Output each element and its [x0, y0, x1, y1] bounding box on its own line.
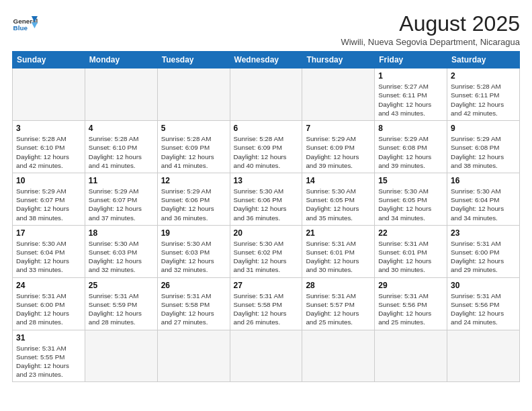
day-info: Sunrise: 5:28 AM Sunset: 6:10 PM Dayligh…	[16, 134, 81, 170]
month-title: August 2025	[341, 12, 520, 36]
day-info: Sunrise: 5:31 AM Sunset: 6:00 PM Dayligh…	[16, 291, 81, 327]
col-header-thursday: Thursday	[302, 52, 375, 68]
day-number: 31	[16, 333, 81, 342]
day-info: Sunrise: 5:28 AM Sunset: 6:09 PM Dayligh…	[161, 134, 226, 170]
day-info: Sunrise: 5:30 AM Sunset: 6:03 PM Dayligh…	[89, 239, 154, 275]
col-header-saturday: Saturday	[447, 52, 520, 68]
day-number: 25	[89, 281, 154, 290]
day-number: 3	[16, 124, 81, 133]
day-number: 5	[161, 124, 226, 133]
day-info: Sunrise: 5:31 AM Sunset: 5:56 PM Dayligh…	[378, 291, 443, 327]
title-block: August 2025 Wiwili, Nueva Segovia Depart…	[341, 12, 520, 47]
day-number: 18	[89, 228, 154, 238]
calendar-cell: 27Sunrise: 5:31 AM Sunset: 5:58 PM Dayli…	[230, 277, 302, 330]
day-info: Sunrise: 5:31 AM Sunset: 5:58 PM Dayligh…	[161, 291, 226, 327]
calendar-cell	[230, 330, 302, 382]
day-info: Sunrise: 5:31 AM Sunset: 6:01 PM Dayligh…	[378, 239, 443, 275]
day-info: Sunrise: 5:31 AM Sunset: 5:59 PM Dayligh…	[89, 291, 154, 327]
svg-marker-3	[32, 22, 38, 28]
calendar-cell: 10Sunrise: 5:29 AM Sunset: 6:07 PM Dayli…	[13, 173, 85, 225]
page: General Blue August 2025 Wiwili, Nueva S…	[0, 0, 532, 389]
day-number: 9	[451, 124, 516, 133]
calendar-cell: 14Sunrise: 5:30 AM Sunset: 6:05 PM Dayli…	[302, 173, 375, 225]
day-number: 13	[234, 176, 299, 185]
day-info: Sunrise: 5:30 AM Sunset: 6:05 PM Dayligh…	[378, 187, 443, 222]
day-info: Sunrise: 5:30 AM Sunset: 6:03 PM Dayligh…	[161, 239, 226, 275]
day-info: Sunrise: 5:29 AM Sunset: 6:06 PM Dayligh…	[161, 187, 226, 222]
calendar-cell: 1Sunrise: 5:27 AM Sunset: 6:11 PM Daylig…	[375, 68, 447, 121]
svg-text:Blue: Blue	[13, 24, 28, 32]
day-number: 21	[306, 228, 371, 238]
calendar-cell: 5Sunrise: 5:28 AM Sunset: 6:09 PM Daylig…	[157, 121, 230, 173]
header: General Blue August 2025 Wiwili, Nueva S…	[12, 12, 520, 47]
day-info: Sunrise: 5:29 AM Sunset: 6:09 PM Dayligh…	[306, 134, 371, 170]
calendar-cell	[302, 330, 375, 382]
calendar-week-row: 17Sunrise: 5:30 AM Sunset: 6:04 PM Dayli…	[13, 225, 520, 277]
calendar-cell: 11Sunrise: 5:29 AM Sunset: 6:07 PM Dayli…	[85, 173, 157, 225]
calendar-week-row: 10Sunrise: 5:29 AM Sunset: 6:07 PM Dayli…	[13, 173, 520, 225]
calendar-week-row: 1Sunrise: 5:27 AM Sunset: 6:11 PM Daylig…	[13, 68, 520, 121]
calendar: SundayMondayTuesdayWednesdayThursdayFrid…	[12, 51, 520, 382]
day-info: Sunrise: 5:30 AM Sunset: 6:06 PM Dayligh…	[234, 187, 299, 222]
calendar-cell	[375, 330, 447, 382]
day-number: 6	[234, 124, 299, 133]
calendar-cell	[85, 330, 157, 382]
calendar-cell: 8Sunrise: 5:29 AM Sunset: 6:08 PM Daylig…	[375, 121, 447, 173]
day-info: Sunrise: 5:31 AM Sunset: 5:55 PM Dayligh…	[16, 344, 81, 379]
day-info: Sunrise: 5:30 AM Sunset: 6:04 PM Dayligh…	[451, 187, 516, 222]
day-info: Sunrise: 5:30 AM Sunset: 6:02 PM Dayligh…	[234, 239, 299, 275]
day-number: 26	[161, 281, 226, 290]
calendar-week-row: 3Sunrise: 5:28 AM Sunset: 6:10 PM Daylig…	[13, 121, 520, 173]
col-header-monday: Monday	[85, 52, 157, 68]
day-info: Sunrise: 5:28 AM Sunset: 6:09 PM Dayligh…	[234, 134, 299, 170]
calendar-cell: 3Sunrise: 5:28 AM Sunset: 6:10 PM Daylig…	[13, 121, 85, 173]
day-number: 24	[16, 281, 81, 290]
day-info: Sunrise: 5:31 AM Sunset: 5:56 PM Dayligh…	[451, 291, 516, 327]
day-info: Sunrise: 5:31 AM Sunset: 5:57 PM Dayligh…	[306, 291, 371, 327]
calendar-cell	[157, 330, 230, 382]
calendar-cell	[13, 68, 85, 121]
day-number: 2	[451, 71, 516, 81]
day-number: 12	[161, 176, 226, 185]
logo-icon: General Blue	[12, 12, 38, 38]
day-info: Sunrise: 5:29 AM Sunset: 6:08 PM Dayligh…	[378, 134, 443, 170]
day-info: Sunrise: 5:29 AM Sunset: 6:07 PM Dayligh…	[16, 187, 81, 222]
day-info: Sunrise: 5:30 AM Sunset: 6:04 PM Dayligh…	[16, 239, 81, 275]
day-number: 28	[306, 281, 371, 290]
col-header-friday: Friday	[375, 52, 447, 68]
calendar-cell: 26Sunrise: 5:31 AM Sunset: 5:58 PM Dayli…	[157, 277, 230, 330]
calendar-cell: 2Sunrise: 5:28 AM Sunset: 6:11 PM Daylig…	[447, 68, 520, 121]
calendar-cell: 9Sunrise: 5:29 AM Sunset: 6:08 PM Daylig…	[447, 121, 520, 173]
calendar-cell: 16Sunrise: 5:30 AM Sunset: 6:04 PM Dayli…	[447, 173, 520, 225]
day-number: 14	[306, 176, 371, 185]
calendar-cell: 29Sunrise: 5:31 AM Sunset: 5:56 PM Dayli…	[375, 277, 447, 330]
calendar-cell: 4Sunrise: 5:28 AM Sunset: 6:10 PM Daylig…	[85, 121, 157, 173]
calendar-cell	[230, 68, 302, 121]
day-number: 10	[16, 176, 81, 185]
day-number: 4	[89, 124, 154, 133]
day-info: Sunrise: 5:27 AM Sunset: 6:11 PM Dayligh…	[378, 82, 443, 118]
day-number: 8	[378, 124, 443, 133]
calendar-header-row: SundayMondayTuesdayWednesdayThursdayFrid…	[13, 52, 520, 68]
day-info: Sunrise: 5:31 AM Sunset: 5:58 PM Dayligh…	[234, 291, 299, 327]
day-number: 7	[306, 124, 371, 133]
calendar-cell: 19Sunrise: 5:30 AM Sunset: 6:03 PM Dayli…	[157, 225, 230, 277]
day-number: 20	[234, 228, 299, 238]
day-info: Sunrise: 5:28 AM Sunset: 6:11 PM Dayligh…	[451, 82, 516, 118]
calendar-cell	[157, 68, 230, 121]
day-number: 15	[378, 176, 443, 185]
calendar-cell: 22Sunrise: 5:31 AM Sunset: 6:01 PM Dayli…	[375, 225, 447, 277]
calendar-cell: 7Sunrise: 5:29 AM Sunset: 6:09 PM Daylig…	[302, 121, 375, 173]
calendar-cell: 12Sunrise: 5:29 AM Sunset: 6:06 PM Dayli…	[157, 173, 230, 225]
calendar-cell: 24Sunrise: 5:31 AM Sunset: 6:00 PM Dayli…	[13, 277, 85, 330]
calendar-cell: 25Sunrise: 5:31 AM Sunset: 5:59 PM Dayli…	[85, 277, 157, 330]
day-number: 16	[451, 176, 516, 185]
col-header-sunday: Sunday	[13, 52, 85, 68]
calendar-cell	[447, 330, 520, 382]
day-number: 11	[89, 176, 154, 185]
day-number: 23	[451, 228, 516, 238]
location: Wiwili, Nueva Segovia Department, Nicara…	[341, 37, 520, 47]
calendar-cell	[302, 68, 375, 121]
day-number: 22	[378, 228, 443, 238]
day-info: Sunrise: 5:30 AM Sunset: 6:05 PM Dayligh…	[306, 187, 371, 222]
